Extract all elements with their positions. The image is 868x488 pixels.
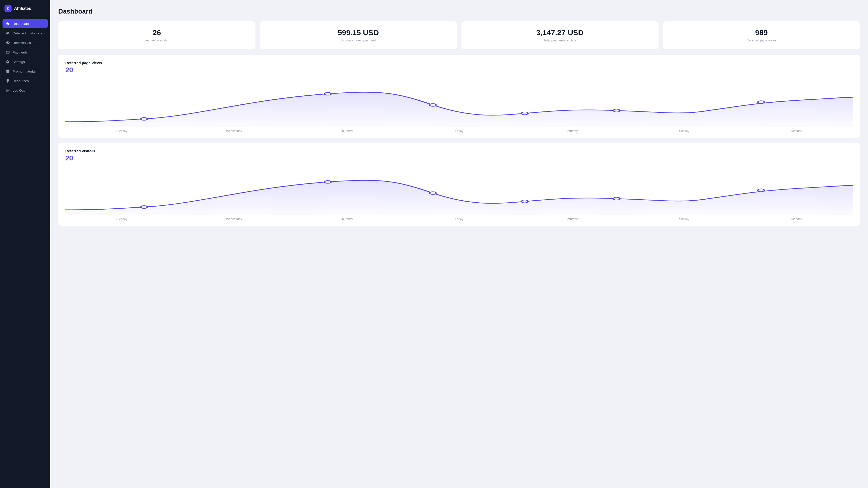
stat-card-total-payments: 3,147.27 USD Total payments to date (461, 21, 658, 49)
chart-area-page-views (65, 77, 853, 127)
sidebar-nav: Dashboard Referred customers Referred vi… (0, 17, 50, 488)
chart-label-friday-2: Friday (403, 217, 516, 221)
stat-card-referred-page-views: 989 Referred page views (663, 21, 860, 49)
chart-card-page-views: Referred page views 20 (58, 55, 860, 138)
svg-point-3 (521, 112, 528, 115)
gift-icon (5, 69, 10, 73)
stat-card-estimated-payment: 599.15 USD Estimated next payment (260, 21, 457, 49)
stat-label-total-payments: Total payments to date (467, 38, 652, 42)
stats-row: 26 Active referrals 599.15 USD Estimated… (58, 21, 860, 49)
eye-icon (5, 40, 10, 45)
sidebar-label-resources: Resources (12, 79, 29, 83)
chart-label-thursday-1: Thursday (290, 129, 403, 133)
svg-point-5 (758, 101, 764, 103)
chart-label-saturday-1: Saturday (516, 129, 628, 133)
chart-label-sunday-1: Sunday (628, 129, 740, 133)
sidebar-label-referred-visitors: Referred visitors (12, 41, 37, 45)
chart-title-visitors: Referred visitors (65, 149, 853, 153)
svg-point-10 (521, 200, 528, 203)
svg-point-8 (324, 181, 331, 183)
sidebar-label-payments: Payments (12, 51, 28, 54)
svg-point-9 (430, 192, 436, 195)
sidebar-item-resources[interactable]: Resources (2, 76, 48, 85)
chart-label-tuesday-2: Tuesday (65, 217, 178, 221)
chart-label-thursday-2: Thursday (290, 217, 403, 221)
chart-area-visitors (65, 165, 853, 216)
chart-label-wednesday-1: Wednesday (178, 129, 290, 133)
sidebar: K Affiliates Dashboard Referred customer… (0, 0, 50, 488)
svg-point-1 (324, 92, 331, 95)
chart-label-monday-2: Monday (740, 217, 853, 221)
chart-label-friday-1: Friday (403, 129, 516, 133)
stat-card-active-referrals: 26 Active referrals (58, 21, 255, 49)
sidebar-item-promo-material[interactable]: Promo material (2, 67, 48, 76)
sidebar-item-dashboard[interactable]: Dashboard (2, 19, 48, 28)
main-content: Dashboard 26 Active referrals 599.15 USD… (50, 0, 868, 488)
stat-label-estimated-payment: Estimated next payment (266, 38, 451, 42)
stat-value-estimated-payment: 599.15 USD (266, 28, 451, 37)
stat-value-active-referrals: 26 (64, 28, 249, 37)
gear-icon (5, 60, 10, 64)
svg-point-12 (758, 189, 764, 192)
chart-label-tuesday-1: Tuesday (65, 129, 178, 133)
app-name: Affiliates (14, 6, 31, 11)
chart-value-page-views: 20 (65, 66, 853, 74)
chart-labels-page-views: Tuesday Wednesday Thursday Friday Saturd… (65, 127, 853, 134)
svg-point-11 (613, 197, 620, 200)
chart-card-visitors: Referred visitors 20 (58, 143, 860, 226)
chart-title-page-views: Referred page views (65, 61, 853, 65)
users-icon (5, 31, 10, 35)
page-title: Dashboard (58, 7, 860, 15)
sidebar-item-referred-visitors[interactable]: Referred visitors (2, 38, 48, 47)
chart-label-wednesday-2: Wednesday (178, 217, 290, 221)
chart-value-visitors: 20 (65, 154, 853, 162)
credit-card-icon (5, 50, 10, 55)
stat-label-referred-page-views: Referred page views (669, 38, 854, 42)
sidebar-label-dashboard: Dashboard (12, 22, 29, 26)
sidebar-label-log-out: Log Out (12, 89, 25, 92)
svg-point-0 (141, 118, 148, 120)
sidebar-label-referred-customers: Referred customers (12, 31, 42, 35)
home-icon (5, 21, 10, 26)
chart-label-monday-1: Monday (740, 129, 853, 133)
stat-label-active-referrals: Active referrals (64, 38, 249, 42)
stat-value-referred-page-views: 989 (669, 28, 854, 37)
sidebar-label-promo-material: Promo material (12, 69, 36, 73)
sidebar-item-referred-customers[interactable]: Referred customers (2, 29, 48, 38)
bulb-icon (5, 78, 10, 83)
sidebar-label-settings: Settings (12, 60, 25, 64)
stat-value-total-payments: 3,147.27 USD (467, 28, 652, 37)
chart-label-sunday-2: Sunday (628, 217, 740, 221)
svg-point-4 (613, 109, 620, 112)
sidebar-item-payments[interactable]: Payments (2, 48, 48, 57)
svg-point-7 (141, 205, 148, 208)
logout-icon (5, 88, 10, 93)
app-logo: K Affiliates (0, 0, 50, 17)
chart-labels-visitors: Tuesday Wednesday Thursday Friday Saturd… (65, 216, 853, 222)
sidebar-item-settings[interactable]: Settings (2, 57, 48, 66)
sidebar-item-log-out[interactable]: Log Out (2, 86, 48, 95)
svg-point-2 (430, 104, 436, 106)
logo-icon: K (4, 5, 11, 12)
chart-label-saturday-2: Saturday (516, 217, 628, 221)
